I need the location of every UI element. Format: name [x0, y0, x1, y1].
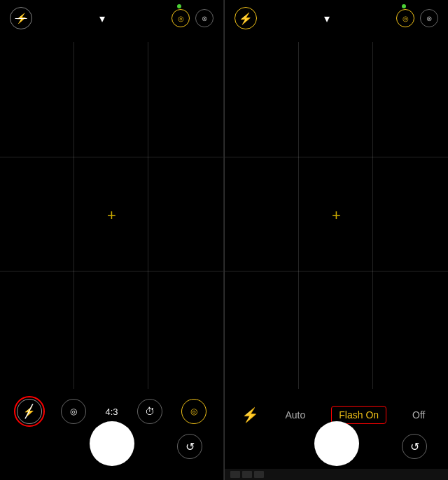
flip-icon-left: ↺ [186, 440, 195, 453]
grid-v2-left [148, 42, 148, 389]
top-right-right: ◎ ⊗ [396, 9, 438, 27]
settings-symbol-right: ⊗ [426, 15, 432, 22]
top-bar-right: ⚡ ▾ ◎ ⊗ [225, 7, 448, 29]
top-center-right[interactable]: ▾ [324, 12, 330, 25]
live-ctrl-icon-left: ◎ [70, 407, 77, 416]
thumb-strip-right [225, 469, 448, 480]
flip-btn-right[interactable]: ↺ [402, 434, 427, 459]
crosshair-left: + [107, 208, 116, 223]
shutter-button-right[interactable] [314, 421, 359, 466]
live-photo-icon-left[interactable]: ◎ [172, 9, 190, 27]
grid-v1-left [74, 42, 74, 389]
camera-grid-right: + [225, 42, 448, 389]
live-ctrl-btn-left[interactable]: ◎ [61, 399, 86, 424]
grid-h2-left [0, 271, 223, 271]
flip-icon-right: ↺ [410, 440, 419, 453]
grid-v2-right [372, 42, 373, 389]
flash-auto-label: Auto [285, 409, 305, 421]
live-icon-symbol-right: ◎ [402, 15, 409, 22]
top-bar-left: ⚡ ▾ ◎ ⊗ [0, 7, 223, 29]
flash-on-top-icon: ⚡ [239, 12, 253, 25]
flash-off-ctrl-icon: ⚡╱ [23, 406, 35, 417]
shutter-button-left[interactable] [90, 421, 134, 466]
settings-icon-left[interactable]: ⊗ [195, 9, 214, 27]
live-icon-symbol-left: ◎ [178, 15, 184, 22]
ratio-text-left: 4:3 [105, 407, 118, 417]
photo-mode-btn-left[interactable]: ◎ [181, 399, 206, 424]
ratio-label-left[interactable]: 4:3 [105, 407, 118, 417]
left-panel: ⚡ ▾ ◎ ⊗ + ⚡╱ [0, 0, 224, 480]
grid-v1-right [298, 42, 299, 389]
chevron-down-icon-left: ▾ [99, 12, 105, 25]
timer-ctrl-icon-left: ⏱ [145, 406, 155, 417]
top-center-left[interactable]: ▾ [99, 12, 105, 25]
photo-mode-icon-left: ◎ [190, 407, 197, 416]
thumb-3 [254, 471, 264, 478]
flip-btn-left[interactable]: ↺ [177, 434, 202, 459]
top-right-left: ◎ ⊗ [172, 9, 214, 27]
chevron-down-icon-right: ▾ [324, 12, 330, 25]
live-photo-icon-right[interactable]: ◎ [396, 9, 414, 27]
timer-ctrl-btn-left[interactable]: ⏱ [137, 399, 162, 424]
flash-off-icon-left: ⚡ [15, 13, 27, 24]
grid-h1-left [0, 157, 223, 157]
flash-on-button-top[interactable]: ⚡ [234, 7, 257, 29]
grid-h1-right [225, 157, 448, 157]
grid-h2-right [225, 271, 448, 271]
bottom-controls-left: ⚡╱ ◎ 4:3 ⏱ ◎ [0, 399, 223, 424]
settings-icon-right[interactable]: ⊗ [420, 9, 438, 27]
flash-btn-wrapper: ⚡╱ [17, 399, 42, 424]
camera-grid-left: + [0, 42, 223, 389]
thumb-2 [242, 471, 252, 478]
crosshair-right: + [332, 208, 341, 223]
settings-symbol-left: ⊗ [202, 15, 207, 22]
flash-off-label: Off [412, 409, 425, 421]
right-panel: ⚡ ▾ ◎ ⊗ + ⚡ Auto Flash On [224, 0, 448, 480]
thumb-1 [230, 471, 240, 478]
flash-off-ctrl-btn[interactable]: ⚡╱ [17, 399, 42, 424]
flash-off-button-left[interactable]: ⚡ [10, 7, 32, 29]
flash-on-label: Flash On [339, 409, 379, 421]
